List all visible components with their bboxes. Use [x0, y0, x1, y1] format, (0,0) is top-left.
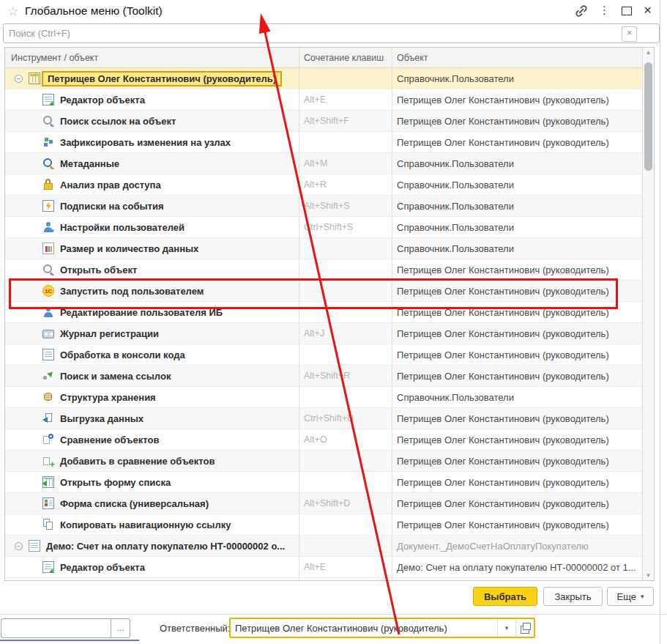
code-console-icon — [42, 349, 54, 360]
close-window-icon[interactable]: × — [644, 1, 652, 19]
row-object: Петрищев Олег Константинович (руководите… — [392, 498, 642, 509]
more-button-label: Еще — [617, 591, 636, 602]
responsible-label: Ответственный: — [160, 623, 230, 634]
data-size-icon — [42, 243, 54, 254]
tools-table: Инструмент / объект Сочетание клавиш Объ… — [4, 47, 655, 581]
open-list-form-icon — [42, 476, 54, 488]
compare-objects-icon — [42, 434, 54, 445]
scroll-up-icon[interactable]: ▲ — [643, 49, 654, 56]
row-label: Размер и количество данных — [60, 243, 198, 254]
table-row[interactable]: Редактирование пользователя ИБПетрищев О… — [5, 302, 642, 323]
search-clear-icon[interactable]: × — [622, 26, 637, 42]
row-object: Справочник.Пользователи — [392, 243, 642, 254]
close-button[interactable]: Закрыть — [543, 587, 603, 606]
table-row[interactable]: МетаданныеAlt+MСправочник.Пользователи — [5, 153, 642, 174]
left-text-field[interactable] — [1, 618, 117, 638]
row-object: Петрищев Олег Константинович (руководите… — [392, 307, 642, 318]
table-row[interactable]: Открыть форму спискаПетрищев Олег Конста… — [5, 472, 642, 493]
row-object: Петрищев Олег Константинович (руководите… — [392, 519, 642, 530]
find-references-icon — [42, 115, 54, 127]
table-row[interactable]: Редактор объектаAlt+EДемо: Счет на оплат… — [5, 557, 642, 578]
get-link-icon[interactable] — [574, 4, 589, 18]
form-edge — [0, 640, 139, 641]
row-label: Сравнение объектов — [60, 434, 159, 445]
favorite-star-icon[interactable]: ☆ — [7, 4, 18, 19]
row-object: Петрищев Олег Константинович (руководите… — [392, 328, 642, 339]
table-row[interactable]: Анализ прав доступаAlt+RСправочник.Польз… — [5, 174, 642, 196]
column-header-tool[interactable]: Инструмент / объект — [5, 53, 299, 63]
row-object: Петрищев Олег Константинович (руководите… — [392, 95, 642, 106]
table-row[interactable]: Редактор объектаAlt+EПетрищев Олег Конст… — [5, 89, 642, 111]
close-button-label: Закрыть — [554, 591, 591, 602]
list-form-icon — [42, 497, 54, 509]
column-header-shortcut[interactable]: Сочетание клавиш — [299, 53, 392, 63]
table-row[interactable]: Выгрузка данныхCtrl+Shift+UПетрищев Олег… — [5, 408, 642, 429]
row-object: Справочник.Пользователи — [392, 179, 642, 190]
row-object: Петрищев Олег Константинович (руководите… — [392, 349, 642, 360]
row-shortcut: Alt+Shift+D — [299, 498, 392, 508]
table-row[interactable]: Настройки пользователейCtrl+Shift+SСправ… — [5, 217, 642, 238]
scrollbar-thumb[interactable] — [644, 62, 652, 171]
copy-nav-link-icon — [42, 519, 54, 530]
table-row[interactable]: Структура храненияСправочник.Пользовател… — [5, 387, 642, 408]
collapse-icon[interactable]: − — [15, 542, 23, 550]
fix-node-changes-icon — [42, 136, 54, 148]
row-shortcut: Alt+Shift+S — [299, 201, 392, 211]
table-row[interactable]: Сравнение объектовAlt+OПетрищев Олег Кон… — [5, 429, 642, 451]
table-row[interactable]: Размер и количество данныхСправочник.Пол… — [5, 238, 642, 259]
responsible-field-group: ▾ — [229, 618, 535, 638]
table-row[interactable]: Запустить под пользователемПетрищев Олег… — [5, 281, 642, 302]
row-label: Поиск и замена ссылок — [60, 371, 171, 382]
row-shortcut: Alt+E — [299, 562, 392, 572]
table-row[interactable]: Добавить в сравнение объектовПетрищев Ол… — [5, 451, 642, 472]
table-row[interactable]: Журнал регистрацииAlt+JПетрищев Олег Кон… — [5, 323, 642, 344]
table-row[interactable]: −Петрищев Олег Константинович (руководит… — [5, 68, 642, 89]
window-title: Глобальное меню (Toolkit) — [25, 4, 163, 18]
metadata-icon — [42, 158, 54, 169]
row-shortcut: Alt+M — [299, 158, 392, 169]
table-row[interactable]: Форма списка (универсальная)Alt+Shift+DП… — [5, 493, 642, 514]
row-object: Петрищев Олег Константинович (руководите… — [392, 413, 642, 424]
object-editor-icon — [42, 561, 54, 573]
menu-dots-icon[interactable]: ⋮ — [599, 3, 609, 18]
row-object: Петрищев Олег Константинович (руководите… — [392, 137, 642, 148]
search-input[interactable] — [3, 23, 660, 43]
collapse-icon[interactable]: − — [15, 75, 23, 83]
table-row[interactable]: Открыть объектПетрищев Олег Константинов… — [5, 259, 642, 281]
open-form-icon — [521, 626, 529, 634]
table-row[interactable]: Подписки на событияAlt+Shift+SСправочник… — [5, 196, 642, 217]
row-object: Петрищев Олег Константинович (руководите… — [392, 477, 642, 488]
maximize-icon[interactable] — [622, 7, 632, 15]
more-button[interactable]: Еще ▾ — [607, 587, 654, 606]
row-label: Добавить в сравнение объектов — [60, 456, 215, 467]
row-label: Обработка в консоли кода — [60, 349, 185, 360]
row-label: Петрищев Олег Константинович (руководите… — [42, 71, 282, 86]
column-header-object[interactable]: Объект — [392, 53, 654, 63]
responsible-input[interactable] — [231, 623, 497, 634]
table-header: Инструмент / объект Сочетание клавиш Объ… — [5, 48, 654, 68]
row-label: Подписки на события — [60, 201, 164, 212]
row-label: Форма списка (универсальная) — [60, 498, 209, 509]
row-shortcut: Ctrl+Shift+S — [299, 222, 392, 232]
row-object: Справочник.Пользователи — [392, 392, 642, 403]
chevron-down-icon: ▾ — [641, 593, 644, 600]
row-label: Поиск ссылок на объект — [60, 116, 176, 127]
ellipsis-button[interactable]: ... — [111, 618, 130, 638]
table-row[interactable]: Зафиксировать изменения на узлахПетрищев… — [5, 132, 642, 153]
row-label: Редактор объекта — [60, 95, 145, 106]
table-row[interactable]: −Демо: Счет на оплату покупателю НТ-0000… — [5, 536, 642, 557]
table-row[interactable]: Поиск и замена ссылокAlt+Shift+RПетрищев… — [5, 366, 642, 387]
scroll-down-icon[interactable]: ▼ — [643, 572, 654, 579]
open-form-button[interactable] — [515, 619, 534, 637]
table-row[interactable]: Поиск ссылок на объектAlt+Shift+FПетрище… — [5, 111, 642, 132]
select-button[interactable]: Выбрать — [473, 587, 537, 606]
row-label: Метаданные — [60, 158, 119, 169]
row-label: Открыть объект — [60, 264, 137, 275]
row-label: Выгрузка данных — [60, 413, 144, 424]
row-object: Петрищев Олег Константинович (руководите… — [392, 456, 642, 467]
find-replace-links-icon — [42, 370, 54, 382]
vertical-scrollbar[interactable]: ▲ ▼ — [642, 48, 654, 580]
table-row[interactable]: Обработка в консоли кодаПетрищев Олег Ко… — [5, 344, 642, 366]
responsible-dropdown-button[interactable]: ▾ — [497, 619, 515, 637]
table-row[interactable]: Копировать навигационную ссылкуПетрищев … — [5, 514, 642, 536]
